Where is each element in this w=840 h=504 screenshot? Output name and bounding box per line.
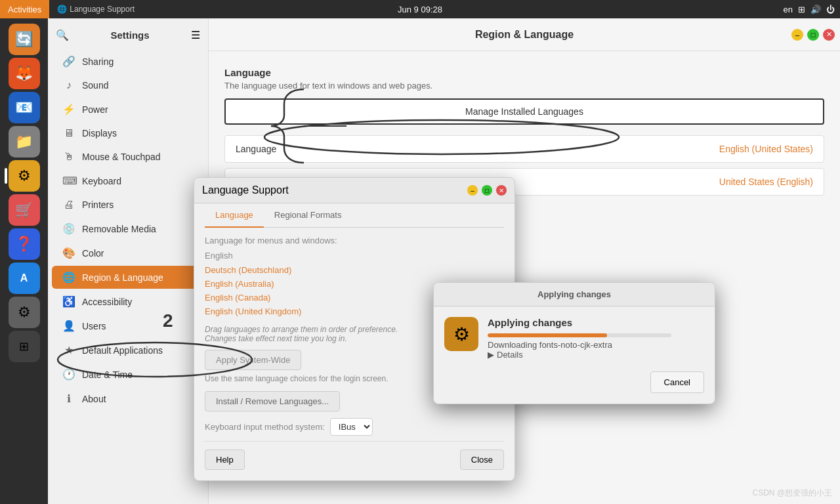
sharing-icon: 🔗 bbox=[62, 55, 75, 68]
dock-language[interactable]: A bbox=[9, 262, 40, 294]
maximize-button[interactable]: □ bbox=[807, 29, 819, 41]
accessibility-icon: ♿ bbox=[62, 295, 75, 308]
sidebar-item-displays[interactable]: 🖥 Displays bbox=[52, 122, 204, 144]
topbar: Activities 🌐 Language Support Jun 9 09:2… bbox=[0, 0, 840, 18]
dock-rhythmbox[interactable]: ⚙ bbox=[9, 160, 40, 192]
sidebar-item-label: Default Applications bbox=[82, 345, 163, 356]
cancel-button[interactable]: Cancel bbox=[650, 371, 704, 393]
users-icon: 👤 bbox=[62, 320, 75, 332]
install-remove-lang-button[interactable]: Install / Remove Languages... bbox=[205, 391, 340, 411]
progress-bar-fill bbox=[488, 333, 607, 337]
window-controls: – □ ✕ bbox=[791, 29, 835, 41]
lang-dialog-title-text: Language Support bbox=[202, 184, 289, 196]
lang-dialog-close[interactable]: ✕ bbox=[496, 185, 507, 196]
sidebar-item-label: Removable Media bbox=[82, 224, 156, 234]
chevron-right-icon: ▶ bbox=[488, 350, 494, 360]
applying-status: Downloading fonts-noto-cjk-extra bbox=[488, 340, 671, 350]
sidebar-item-label: Date & Time bbox=[82, 369, 133, 380]
lang-support-indicator: 🌐 Language Support bbox=[52, 5, 140, 14]
sidebar-item-label: About bbox=[82, 394, 106, 404]
manage-languages-button[interactable]: Manage Installed Languages bbox=[224, 98, 824, 125]
sidebar-item-keyboard[interactable]: ⌨ Keyboard bbox=[52, 169, 204, 192]
volume-icon: 🔊 bbox=[810, 5, 821, 14]
sidebar-item-about[interactable]: ℹ About bbox=[52, 387, 204, 410]
dock-restart[interactable]: 🔄 bbox=[9, 24, 40, 55]
sidebar-item-label: Sound bbox=[82, 80, 108, 91]
tab-language[interactable]: Language bbox=[205, 203, 264, 228]
removable-icon: 💿 bbox=[62, 222, 75, 235]
sidebar-header: 🔍 Settings ☰ bbox=[48, 24, 208, 47]
close-dialog-button[interactable]: Close bbox=[460, 450, 504, 470]
settings-sidebar: 🔍 Settings ☰ 🔗 Sharing ♪ Sound ⚡ Power 🖥… bbox=[48, 18, 209, 504]
keyboard-input-select[interactable]: IBus bbox=[330, 418, 373, 436]
lang-list-english: English bbox=[205, 248, 504, 263]
applying-text: Applying changes Downloading fonts-noto-… bbox=[488, 317, 671, 360]
sidebar-item-label: Power bbox=[82, 104, 108, 115]
menu-icon[interactable]: ☰ bbox=[191, 29, 200, 41]
sidebar-item-power[interactable]: ⚡ Power bbox=[52, 98, 204, 121]
lang-dialog-minimize[interactable]: – bbox=[467, 185, 478, 196]
lang-for-menus-label: Language for menus and windows: bbox=[205, 236, 504, 245]
details-row[interactable]: ▶ Details bbox=[488, 350, 671, 360]
sidebar-item-sharing[interactable]: 🔗 Sharing bbox=[52, 50, 204, 73]
sidebar-item-label: Users bbox=[82, 321, 106, 331]
progress-bar-background bbox=[488, 333, 671, 337]
keyboard-input-row: Keyboard input method system: IBus bbox=[205, 418, 504, 436]
sidebar-title: Settings bbox=[110, 30, 149, 41]
lang-dialog-tabs: Language Regional Formats bbox=[205, 203, 504, 228]
content-title: Region & Language bbox=[475, 29, 574, 41]
sidebar-item-label: Keyboard bbox=[82, 176, 121, 186]
sidebar-item-removable[interactable]: 💿 Removable Media bbox=[52, 217, 204, 240]
sidebar-item-sound[interactable]: ♪ Sound bbox=[52, 74, 204, 96]
lang-list-deutsch[interactable]: Deutsch (Deutschland) bbox=[205, 263, 504, 277]
sidebar-item-region[interactable]: 🌐 Region & Language bbox=[52, 266, 204, 289]
applying-footer: Cancel bbox=[444, 366, 704, 393]
sidebar-item-date-time[interactable]: 🕐 Date & Time bbox=[52, 363, 204, 386]
tab-regional-formats[interactable]: Regional Formats bbox=[264, 203, 352, 228]
dock-apps-grid[interactable]: ⊞ bbox=[9, 331, 40, 362]
apply-system-button[interactable]: Apply System-Wide bbox=[205, 350, 301, 370]
region-icon: 🌐 bbox=[62, 271, 75, 284]
dock-files[interactable]: 📁 bbox=[9, 126, 40, 158]
topbar-right: en ⊞ 🔊 ⏻ bbox=[784, 5, 840, 14]
sidebar-item-label: Mouse & Touchpad bbox=[82, 152, 161, 162]
default-apps-icon: ★ bbox=[62, 344, 75, 356]
sidebar-item-printers[interactable]: 🖨 Printers bbox=[52, 194, 204, 216]
sidebar-item-label: Color bbox=[82, 248, 104, 259]
dock-firefox[interactable]: 🦊 bbox=[9, 58, 40, 89]
help-button[interactable]: Help bbox=[205, 450, 245, 470]
sidebar-item-accessibility[interactable]: ♿ Accessibility bbox=[52, 290, 204, 313]
close-button[interactable]: ✕ bbox=[823, 29, 835, 41]
network-icon: ⊞ bbox=[798, 5, 805, 14]
displays-icon: 🖥 bbox=[62, 127, 75, 139]
minimize-button[interactable]: – bbox=[791, 29, 803, 41]
dock-email[interactable]: 📧 bbox=[9, 92, 40, 123]
lang-dialog-maximize[interactable]: □ bbox=[482, 185, 492, 196]
sidebar-item-default-apps[interactable]: ★ Default Applications bbox=[52, 339, 204, 362]
dock-app-store[interactable]: 🛒 bbox=[9, 194, 40, 226]
applying-changes-dialog: Applying changes ⚙ Applying changes Down… bbox=[433, 282, 715, 404]
lang-dialog-controls: – □ ✕ bbox=[467, 185, 507, 196]
sidebar-item-color[interactable]: 🎨 Color bbox=[52, 242, 204, 264]
apply-system-hint: Use the same language choices for the lo… bbox=[205, 374, 388, 383]
watermark: CSDN @想变强的小王 bbox=[752, 488, 832, 499]
dock-help[interactable]: ❓ bbox=[9, 228, 40, 260]
content-header: Region & Language – □ ✕ bbox=[209, 18, 840, 51]
applying-titlebar: Applying changes bbox=[434, 283, 715, 306]
search-icon[interactable]: 🔍 bbox=[56, 29, 69, 41]
sidebar-item-mouse[interactable]: 🖱 Mouse & Touchpad bbox=[52, 146, 204, 168]
sidebar-item-label: Region & Language bbox=[82, 272, 163, 283]
sidebar-item-users[interactable]: 👤 Users bbox=[52, 314, 204, 337]
lang-row-label: Language bbox=[236, 144, 276, 154]
activities-button[interactable]: Activities bbox=[0, 0, 49, 18]
sidebar-item-label: Sharing bbox=[82, 56, 114, 67]
details-label: Details bbox=[497, 350, 523, 360]
applying-body: ⚙ Applying changes Downloading fonts-not… bbox=[434, 306, 715, 404]
lang-indicator: en bbox=[784, 5, 793, 14]
dock-settings[interactable]: ⚙ bbox=[9, 297, 40, 328]
applying-content: ⚙ Applying changes Downloading fonts-not… bbox=[444, 317, 704, 360]
language-section-desc: The language used for text in windows an… bbox=[224, 81, 824, 91]
power-icon: ⏻ bbox=[826, 5, 835, 14]
topbar-datetime: Jun 9 09:28 bbox=[398, 5, 442, 14]
sound-icon: ♪ bbox=[62, 79, 75, 91]
